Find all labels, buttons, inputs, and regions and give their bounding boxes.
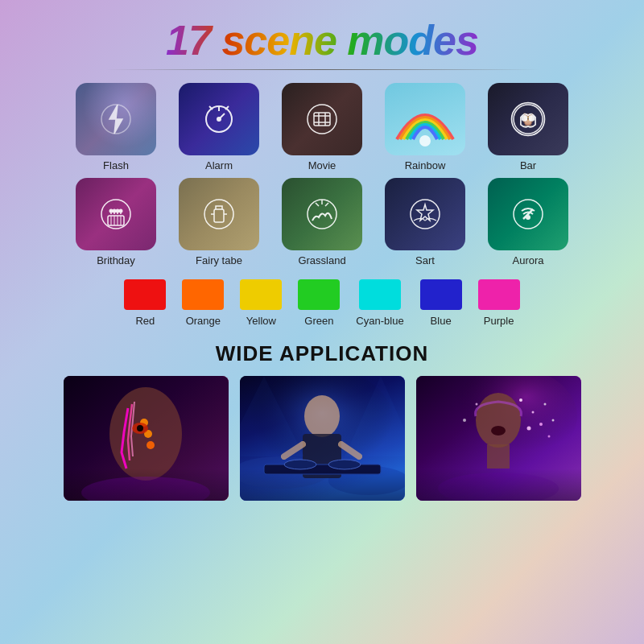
color-label-red: Red <box>135 315 155 327</box>
svg-marker-0 <box>109 105 122 134</box>
scene-item-rainbow[interactable]: Rainbow <box>381 83 469 171</box>
svg-point-73 <box>526 427 530 431</box>
scene-label-aurora: Aurora <box>512 254 543 266</box>
birthday-icon <box>98 196 134 232</box>
svg-point-67 <box>491 426 506 436</box>
svg-point-48 <box>147 441 155 449</box>
svg-point-19 <box>530 116 535 121</box>
color-label-cyan: Cyan-blue <box>356 315 403 327</box>
scene-item-aurora[interactable]: Aurora <box>484 178 572 266</box>
scene-icon-movie <box>282 83 362 155</box>
svg-point-56 <box>304 395 340 437</box>
grassland-icon <box>304 196 340 232</box>
color-section: Red Orange Yellow Green Cyan-blue Blue <box>32 279 612 327</box>
scene-item-sart[interactable]: Sart <box>381 178 469 266</box>
photo-2 <box>240 376 405 501</box>
scene-item-grassland[interactable]: Grassland <box>278 178 366 266</box>
color-swatch-yellow <box>240 279 282 310</box>
page: 17 scene modes Flash <box>0 0 644 644</box>
color-item-cyan[interactable]: Cyan-blue <box>356 279 403 327</box>
scene-icon-grassland <box>282 178 362 250</box>
scene-label-bar: Bar <box>520 159 536 171</box>
svg-rect-21 <box>108 216 124 225</box>
scene-label-birthday: Brithday <box>97 254 135 266</box>
scene-icon-flash <box>76 83 156 155</box>
photo-3 <box>416 376 581 501</box>
svg-rect-9 <box>314 113 330 126</box>
scene-grid: Flash Alarm <box>32 83 612 266</box>
photo-3-overlay <box>416 469 581 501</box>
scene-item-alarm[interactable]: Alarm <box>175 83 263 171</box>
svg-point-68 <box>519 398 522 402</box>
color-swatch-blue <box>420 279 462 310</box>
svg-rect-66 <box>487 444 510 469</box>
color-item-red[interactable]: Red <box>124 279 166 327</box>
page-title: 17 scene modes <box>166 16 478 64</box>
scene-label-rainbow: Rainbow <box>405 159 446 171</box>
scene-label-flash: Flash <box>103 159 129 171</box>
scene-label-alarm: Alarm <box>205 159 233 171</box>
color-label-green: Green <box>304 315 333 327</box>
fairy-icon <box>201 196 237 232</box>
scene-item-birthday[interactable]: Brithday <box>72 178 160 266</box>
svg-point-75 <box>475 403 477 406</box>
movie-icon <box>304 101 340 137</box>
scene-label-sart: Sart <box>415 254 435 266</box>
color-item-yellow[interactable]: Yellow <box>240 279 282 327</box>
color-label-orange: Orange <box>186 315 221 327</box>
svg-rect-35 <box>214 209 224 222</box>
svg-point-14 <box>420 136 430 146</box>
wide-application-title: WIDE APPLICATION <box>216 341 428 366</box>
svg-point-71 <box>539 423 543 426</box>
color-label-blue: Blue <box>431 315 452 327</box>
svg-point-43 <box>526 216 530 219</box>
svg-point-20 <box>101 200 130 229</box>
scene-icon-fairy <box>179 178 259 250</box>
sart-icon <box>407 196 443 232</box>
color-item-blue[interactable]: Blue <box>420 279 462 327</box>
color-item-purple[interactable]: Purple <box>478 279 520 327</box>
svg-point-18 <box>522 116 527 121</box>
svg-point-72 <box>551 419 554 422</box>
color-row: Red Orange Yellow Green Cyan-blue Blue <box>124 279 519 327</box>
bar-icon-overlay <box>508 99 548 139</box>
scene-row-1: Flash Alarm <box>72 83 572 171</box>
scene-item-fairy[interactable]: Fairy tabe <box>175 178 263 266</box>
alarm-icon <box>201 101 237 137</box>
photo-1 <box>64 376 229 501</box>
svg-point-50 <box>137 425 143 431</box>
svg-point-76 <box>463 419 466 422</box>
scene-icon-birthday <box>76 178 156 250</box>
color-swatch-green <box>298 279 340 310</box>
flash-icon <box>98 101 134 137</box>
svg-point-33 <box>120 210 122 213</box>
svg-point-70 <box>543 403 546 406</box>
rainbow-svg <box>385 83 465 155</box>
color-swatch-orange <box>182 279 224 310</box>
aurora-icon <box>510 196 546 232</box>
scene-item-movie[interactable]: Movie <box>278 83 366 171</box>
svg-point-74 <box>547 436 550 438</box>
svg-point-34 <box>204 200 233 229</box>
scene-label-fairy: Fairy tabe <box>196 254 242 266</box>
scene-label-grassland: Grassland <box>298 254 345 266</box>
svg-point-31 <box>114 210 116 213</box>
scene-icon-sart <box>385 178 465 250</box>
scene-icon-alarm <box>179 83 259 155</box>
color-label-yellow: Yellow <box>246 315 276 327</box>
svg-point-17 <box>512 103 545 136</box>
color-item-orange[interactable]: Orange <box>182 279 224 327</box>
scene-item-flash[interactable]: Flash <box>72 83 160 171</box>
photo-1-overlay <box>64 469 229 501</box>
photos-row <box>32 376 612 501</box>
scene-item-bar[interactable]: 🦉 Bar <box>484 83 572 171</box>
color-item-green[interactable]: Green <box>298 279 340 327</box>
svg-point-30 <box>110 210 113 213</box>
svg-point-8 <box>308 105 336 134</box>
svg-point-69 <box>531 411 534 414</box>
scene-icon-aurora <box>488 178 568 250</box>
svg-point-32 <box>117 210 119 213</box>
color-label-purple: Purple <box>484 315 514 327</box>
title-divider <box>105 69 539 70</box>
color-swatch-red <box>124 279 166 310</box>
